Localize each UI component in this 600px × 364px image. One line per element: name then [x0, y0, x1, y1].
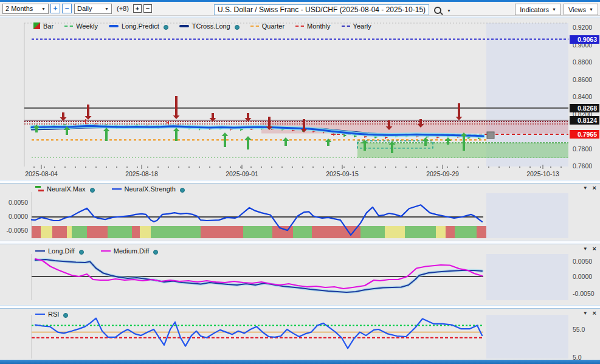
indicator-settings-dot[interactable] — [153, 250, 158, 255]
indicators-button[interactable]: Indicators ▼ — [515, 4, 561, 15]
indicator-settings-dot[interactable] — [164, 25, 168, 30]
legend-item-medium-diff[interactable]: Medium.Diff — [101, 247, 158, 255]
legend-label: Monthly — [307, 22, 331, 30]
chevron-down-icon: ▼ — [41, 7, 46, 11]
neuralx-panel-controls: ▼ × — [583, 185, 596, 191]
legend-item-neuralx-max[interactable]: NeuralX.Max — [35, 185, 95, 193]
line-swatch — [179, 25, 189, 27]
date-tick-label: 2025-09-15 — [326, 170, 359, 177]
dashed-line-swatch — [342, 26, 350, 27]
legend-item-bar[interactable]: Bar — [33, 22, 53, 30]
range-select[interactable]: 2 Months ▼ — [2, 4, 49, 14]
value-tick-label: -0.0050 — [573, 290, 595, 297]
close-panel-icon[interactable]: × — [593, 185, 596, 191]
indicator-settings-dot[interactable] — [79, 250, 84, 255]
views-button[interactable]: Views ▼ — [564, 4, 598, 15]
legend-item-neuralx-strength[interactable]: NeuralX.Strength — [112, 185, 185, 193]
indicator-settings-dot[interactable] — [90, 188, 95, 193]
rsi-panel-controls: ▼ × — [583, 310, 596, 316]
rsi-legend: RSI — [35, 310, 68, 318]
range-zoom-in-button[interactable]: + — [50, 4, 60, 13]
value-tick-label: 5.0 — [573, 354, 582, 361]
close-panel-icon[interactable]: × — [593, 310, 596, 316]
chevron-down-icon: ▼ — [105, 7, 109, 11]
bars-plus-button[interactable]: + — [133, 4, 142, 13]
interval-select-value: Daily — [77, 5, 92, 12]
neuralx-panel: NeuralX.MaxNeuralX.Strength ▼ × 0.00500.… — [0, 184, 600, 241]
bars-minus-button[interactable]: − — [143, 4, 152, 13]
bottom-scrollbar[interactable] — [0, 360, 600, 364]
legend-item-long-predict[interactable]: Long.Predict — [109, 22, 168, 30]
rsi-chart-canvas[interactable] — [0, 309, 600, 360]
price-tick-label: 0.7600 — [573, 162, 592, 170]
diff-legend: Long.DiffMedium.Diff — [35, 247, 158, 255]
neuralx-max-icon — [35, 186, 44, 191]
legend-item-long-diff[interactable]: Long.Diff — [35, 247, 84, 255]
search-control[interactable]: ▼ — [434, 5, 455, 15]
price-badge-0.8124: 0.8124 — [570, 116, 599, 125]
legend-label: Weekly — [76, 22, 98, 30]
app-window: 2 Months ▼ + − Daily ▼ (+8) + − U.S. Dol… — [0, 0, 600, 364]
price-badge-0.9063: 0.9063 — [570, 35, 599, 44]
legend-label: NeuralX.Strength — [125, 185, 176, 193]
main-price-chart-panel: BarWeeklyLong.PredictTCross.LongQuarterM… — [0, 18, 600, 180]
price-badge-0.8268: 0.8268 — [570, 104, 599, 112]
symbol-title: U.S. Dollar / Swiss Franc - USD/CHF (202… — [218, 5, 426, 14]
legend-label: Yearly — [353, 22, 371, 30]
value-tick-label: 0.0000 — [5, 213, 28, 220]
legend-item-tcross-long[interactable]: TCross.Long — [179, 22, 240, 30]
close-panel-icon[interactable]: × — [593, 246, 596, 252]
indicator-settings-dot[interactable] — [235, 25, 240, 30]
bar-style-icon — [33, 22, 40, 29]
line-swatch — [112, 188, 122, 190]
chevron-down-icon: ▼ — [447, 9, 451, 13]
line-swatch — [35, 250, 45, 252]
legend-label: NeuralX.Max — [47, 185, 86, 193]
chevron-down-icon: ▼ — [552, 7, 556, 12]
diff-panel-controls: ▼ × — [583, 246, 596, 252]
chevron-down-icon: ▼ — [589, 7, 593, 12]
price-tick-label: 0.9200 — [573, 24, 592, 31]
dashed-line-swatch — [295, 26, 304, 27]
diff-panel: Long.DiffMedium.Diff ▼ × 0.00500.0000-0.… — [0, 244, 600, 305]
date-tick-label: 2025-08-04 — [25, 170, 58, 177]
value-tick-label: 0.0000 — [573, 273, 592, 280]
legend-label: Quarter — [262, 22, 284, 30]
indicator-settings-dot[interactable] — [63, 313, 68, 318]
legend-label: TCross.Long — [192, 22, 230, 30]
rsi-panel: RSI ▼ × 55.05.0 — [0, 309, 600, 360]
line-swatch — [109, 25, 119, 27]
legend-item-weekly[interactable]: Weekly — [64, 22, 98, 30]
legend-item-quarter[interactable]: Quarter — [250, 22, 284, 30]
legend-item-yearly[interactable]: Yearly — [342, 22, 371, 30]
date-tick-label: 2025-09-01 — [226, 170, 258, 177]
range-select-value: 2 Months — [5, 5, 33, 12]
range-zoom-out-button[interactable]: − — [62, 4, 72, 13]
legend-label: Bar — [43, 22, 53, 30]
dashed-line-swatch — [250, 26, 259, 27]
date-tick-label: 2025-08-18 — [125, 170, 158, 177]
indicator-settings-dot[interactable] — [180, 188, 185, 193]
prediction-count-label: (+8) — [117, 5, 129, 12]
search-icon — [434, 7, 441, 14]
price-tick-label: 0.8800 — [573, 58, 592, 66]
legend-item-monthly[interactable]: Monthly — [295, 22, 331, 30]
collapse-panel-icon[interactable]: ▼ — [583, 246, 588, 252]
price-tick-label: 0.8400 — [573, 93, 592, 100]
toolbar: 2 Months ▼ + − Daily ▼ (+8) + − U.S. Dol… — [0, 0, 600, 16]
legend-label: Long.Predict — [122, 22, 159, 30]
collapse-panel-icon[interactable]: ▼ — [583, 185, 588, 191]
interval-select[interactable]: Daily ▼ — [74, 4, 112, 14]
legend-label: RSI — [48, 311, 59, 318]
main-chart-canvas[interactable] — [0, 18, 600, 180]
symbol-title-box[interactable]: U.S. Dollar / Swiss Franc - USD/CHF (202… — [214, 4, 429, 15]
main-chart-legend: BarWeeklyLong.PredictTCross.LongQuarterM… — [33, 22, 371, 30]
line-swatch — [101, 250, 111, 252]
collapse-panel-icon[interactable]: ▼ — [583, 311, 588, 316]
legend-item-rsi[interactable]: RSI — [35, 310, 68, 318]
legend-label: Long.Diff — [48, 247, 75, 255]
price-tick-label: 0.7800 — [573, 145, 592, 153]
value-tick-label: 55.0 — [573, 326, 585, 333]
price-tick-label: 0.8600 — [573, 76, 592, 83]
dashed-line-swatch — [64, 26, 73, 27]
